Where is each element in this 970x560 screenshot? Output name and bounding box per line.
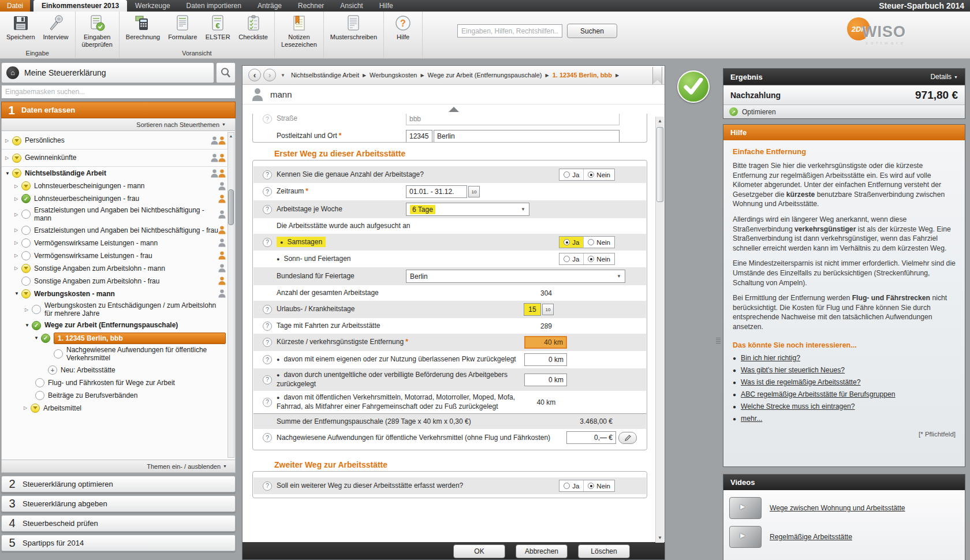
menu-file-button[interactable]: Datei <box>0 0 30 12</box>
main-scrollbar[interactable]: ▲ ▼ <box>655 117 664 543</box>
menu-item[interactable]: Werkzeuge <box>127 0 178 12</box>
breadcrumb-item[interactable]: Nichtselbständige Arbeit <box>291 72 359 79</box>
tree-item[interactable]: Sonstige Angaben zum Arbeitslohn - frau <box>2 275 227 288</box>
bundesland-select[interactable]: Berlin ▼ <box>406 270 625 283</box>
search-input[interactable] <box>457 24 562 38</box>
sidebar-section-5[interactable]: 5Spartipps für 2014 <box>1 535 236 551</box>
toggle-topics[interactable]: Themen ein- / ausblenden ▼ <box>1 460 236 473</box>
scrollbar-thumb[interactable] <box>656 127 663 202</box>
tree-item[interactable]: ▷Lohnsteuerbescheinigungen - mann <box>2 180 227 192</box>
question-icon[interactable]: ? <box>263 433 272 442</box>
menu-item[interactable]: Daten importieren <box>178 0 249 12</box>
toolbar-button-speichern[interactable]: Speichern <box>2 13 39 48</box>
tree-item[interactable]: ▷Vermögenswirksame Leistungen - mann <box>2 237 227 249</box>
tab-einkommensteuer-2013[interactable]: Einkommensteuer 2013 <box>33 0 127 12</box>
tree-item[interactable]: Beiträge zu Berufsverbänden <box>2 389 227 402</box>
tree-item[interactable]: Flug- und Fährkosten für Wege zur Arbeit <box>2 376 227 389</box>
help-link[interactable]: Was gibt's hier steuerlich Neues? <box>741 366 845 374</box>
sidebar-section-4[interactable]: 4Steuerbescheid prüfen <box>1 515 236 532</box>
radio-nein[interactable]: Nein <box>584 169 614 180</box>
help-link[interactable]: Welche Strecke muss ich eintragen? <box>741 402 855 410</box>
tree-item[interactable]: ▷Vermögenswirksame Leistungen - frau <box>2 249 227 262</box>
tree-item[interactable]: ▼✓Wege zur Arbeit (Entfernungspauschale) <box>2 319 227 332</box>
tree-item[interactable]: Nachgewiesene Aufwendungen für öffentlic… <box>2 345 227 364</box>
toolbar-button-elster[interactable]: €ELSTER <box>201 13 234 48</box>
toolbar-button-checkliste[interactable]: Checkliste <box>234 13 272 48</box>
video-link[interactable]: Regelmäßige Arbeitsstätte <box>770 533 852 541</box>
question-icon[interactable]: ? <box>263 114 272 124</box>
video-link[interactable]: Wege zwischen Wohnung und Arbeitsstätte <box>770 504 905 512</box>
sidebar-search-toggle[interactable] <box>216 62 236 83</box>
question-icon[interactable]: ? <box>263 375 272 384</box>
nav-back-button[interactable]: ‹ <box>248 69 261 81</box>
sidebar-scrollbar[interactable]: ▲ <box>227 132 234 458</box>
radio-ja[interactable]: Ja <box>559 253 584 264</box>
urlaub-input[interactable] <box>524 303 541 316</box>
breadcrumb-item[interactable]: Werbungskosten <box>370 72 417 79</box>
toolbar-button-notizen[interactable]: Notizen Lesezeichen <box>277 13 321 50</box>
video-item[interactable]: Wege zwischen Wohnung und Arbeitsstätte <box>729 497 959 519</box>
toolbar-button-eingaben[interactable]: Eingaben überprüfen <box>78 13 117 50</box>
sidebar-section-3[interactable]: 3Steuererklärung abgeben <box>1 495 236 512</box>
toolbar-button-musterschreiben[interactable]: Musterschreiben <box>326 13 381 49</box>
sidebar-section-2[interactable]: 2Steuererklärung optimieren <box>1 476 236 492</box>
menu-item[interactable]: Rechner <box>290 0 332 12</box>
breadcrumb-item[interactable]: 1. 12345 Berlin, bbb <box>553 72 612 79</box>
details-button[interactable]: Details▼ <box>930 73 958 81</box>
sort-by-topics[interactable]: Sortieren nach Steuerthemen ▼ <box>1 118 236 131</box>
optimize-button[interactable]: ➚ Optimieren <box>723 104 965 118</box>
question-icon[interactable]: ? <box>263 170 272 180</box>
ort-input[interactable] <box>434 130 620 143</box>
tree-item[interactable]: ▼✓1. 12345 Berlin, bbb <box>2 332 227 345</box>
video-item[interactable]: Regelmäßige Arbeitsstätte <box>729 526 959 548</box>
bookmark-icon[interactable] <box>652 67 662 84</box>
panel-drag-handle[interactable] <box>716 338 721 344</box>
plz-input[interactable] <box>406 130 432 143</box>
question-icon[interactable]: ? <box>263 481 272 491</box>
nav-forward-button[interactable]: › <box>263 69 276 81</box>
help-link[interactable]: Was ist die regelmäßige Arbeitsstätte? <box>741 378 861 386</box>
tree-item[interactable]: ▷Ersatzleistungen und Angaben bei Nichtb… <box>2 205 227 224</box>
entfernung-input[interactable] <box>524 336 567 349</box>
question-icon[interactable]: ? <box>263 205 272 214</box>
breadcrumb-item[interactable]: Wege zur Arbeit (Entfernungspauschale) <box>428 72 542 79</box>
tree-item[interactable]: ▷✓Lohnsteuerbescheinigungen - frau <box>2 192 227 205</box>
radio-nein[interactable]: Nein <box>584 237 614 248</box>
scroll-down-icon[interactable]: ▼ <box>656 533 664 543</box>
toolbar-button-formulare[interactable]: Formulare <box>164 13 201 48</box>
zeitraum-input[interactable] <box>406 185 467 198</box>
cancel-button[interactable]: Abbrechen <box>516 544 568 558</box>
toolbar-button-interview[interactable]: Interview <box>39 13 73 48</box>
scroll-up-icon[interactable]: ▲ <box>228 133 234 140</box>
tree-item[interactable]: ▷Persönliches <box>2 132 227 150</box>
breadcrumb-dropdown-icon[interactable]: ▼ <box>281 73 285 78</box>
arbeitgeber-input[interactable] <box>524 374 567 386</box>
menu-item[interactable]: Anträge <box>249 0 290 12</box>
question-icon[interactable]: ? <box>263 338 272 347</box>
scroll-up-icon[interactable]: ▲ <box>656 117 664 126</box>
sidebar-title[interactable]: ⌂ Meine Steuererklärung <box>1 62 214 83</box>
street-input[interactable] <box>406 114 620 125</box>
question-icon[interactable]: ? <box>263 398 272 407</box>
question-icon[interactable]: ? <box>263 355 272 364</box>
woche-select[interactable]: 6 Tage ▼ <box>406 203 529 216</box>
help-link[interactable]: Bin ich hier richtig? <box>741 354 800 362</box>
tree-item[interactable]: ▼Werbungskosten - mann <box>2 288 227 300</box>
tree-item[interactable]: ▷Werbungskosten zu Entschädigungen / zum… <box>2 300 227 319</box>
tree-item[interactable]: ▼Nichtselbständige Arbeit <box>2 167 227 180</box>
collapse-form-button[interactable] <box>242 104 665 114</box>
scrollbar-thumb[interactable] <box>228 189 234 225</box>
tree-item[interactable]: ▷Sonstige Angaben zum Arbeitslohn - mann <box>2 262 227 275</box>
delete-button[interactable]: Löschen <box>578 544 630 558</box>
tree-item[interactable]: ▷Ersatzleistungen und Angaben bei Nichtb… <box>2 224 227 237</box>
tree-item[interactable]: +Neu: Arbeitsstätte <box>2 364 227 376</box>
toolbar-button-hilfe[interactable]: ?Hilfe <box>386 13 420 49</box>
radio-nein[interactable]: Nein <box>584 253 614 264</box>
question-icon[interactable]: ? <box>263 305 272 314</box>
edit-button[interactable] <box>618 432 637 444</box>
question-icon[interactable]: ? <box>263 322 272 331</box>
search-button[interactable]: Suchen <box>567 24 617 38</box>
toolbar-button-berechnung[interactable]: Berechnung <box>122 13 164 48</box>
ok-button[interactable]: OK <box>453 544 505 558</box>
question-icon[interactable]: ? <box>263 238 272 247</box>
